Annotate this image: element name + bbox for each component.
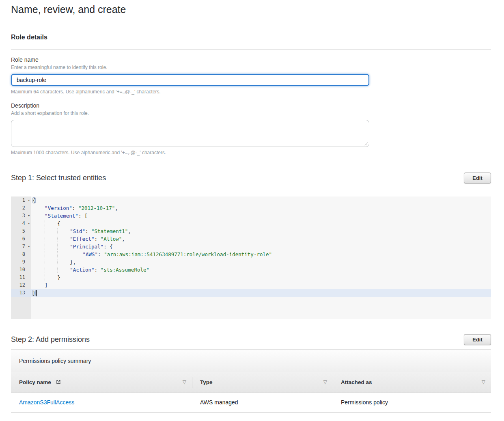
editor-line[interactable]: 3▾ "Statement": [ bbox=[11, 212, 491, 220]
column-header-type[interactable]: Type ▽ bbox=[192, 372, 333, 393]
role-name-label: Role name bbox=[11, 56, 491, 63]
editor-line[interactable]: 4▾ { bbox=[11, 220, 491, 227]
editor-line-number: 12 bbox=[11, 281, 31, 289]
fold-arrow-icon[interactable]: ▾ bbox=[28, 243, 30, 250]
description-field: Description Add a short explanation for … bbox=[11, 102, 491, 155]
step2-edit-button[interactable]: Edit bbox=[464, 334, 491, 345]
permissions-table: Policy name ▽ Type ▽ bbox=[11, 372, 491, 412]
editor-line-number: 6 bbox=[11, 235, 31, 243]
editor-caret bbox=[36, 290, 37, 296]
editor-line-number: 4▾ bbox=[11, 220, 31, 227]
step1-header: Step 1: Select trusted entities Edit bbox=[11, 173, 491, 184]
table-header-row: Policy name ▽ Type ▽ bbox=[11, 372, 491, 393]
editor-code-line: } bbox=[31, 289, 491, 297]
editor-code-line: }, bbox=[31, 258, 491, 266]
editor-line[interactable]: 11 } bbox=[11, 274, 491, 281]
step1-edit-button[interactable]: Edit bbox=[464, 173, 491, 184]
step1-heading: Step 1: Select trusted entities bbox=[11, 173, 106, 183]
editor-code-line: "Action": "sts:AssumeRole" bbox=[31, 266, 491, 274]
description-hint: Add a short explanation for this role. bbox=[11, 110, 491, 116]
description-constraint: Maximum 1000 characters. Use alphanumeri… bbox=[11, 150, 491, 155]
role-name-hint: Enter a meaningful name to identify this… bbox=[11, 65, 491, 70]
role-details-heading: Role details bbox=[11, 34, 491, 41]
editor-line[interactable]: 13} bbox=[11, 289, 491, 297]
editor-line-number: 9 bbox=[11, 258, 31, 266]
editor-line-number: 3▾ bbox=[11, 212, 31, 220]
editor-code-line: "Statement": [ bbox=[31, 212, 491, 220]
role-name-value: backup-role bbox=[17, 77, 46, 83]
editor-line[interactable]: 12 ] bbox=[11, 281, 491, 289]
column-separator bbox=[333, 377, 333, 388]
editor-line-number: 7▾ bbox=[11, 243, 31, 250]
policy-type-cell: AWS managed bbox=[192, 393, 333, 412]
description-textarea[interactable] bbox=[11, 120, 369, 147]
column-header-attached-as[interactable]: Attached as ▽ bbox=[333, 372, 491, 393]
name-review-create-page: Name, review, and create Role details Ro… bbox=[0, 4, 504, 412]
editor-line-number: 5 bbox=[11, 227, 31, 235]
editor-code-line: "Effect": "Allow", bbox=[31, 235, 491, 243]
editor-line-number: 2 bbox=[11, 204, 31, 212]
role-name-input[interactable]: backup-role bbox=[11, 74, 369, 86]
section-divider bbox=[11, 49, 491, 50]
editor-code-line: { bbox=[31, 220, 491, 227]
editor-code-line: ] bbox=[31, 281, 491, 289]
sort-filter-icon[interactable]: ▽ bbox=[482, 379, 485, 385]
role-name-field: Role name Enter a meaningful name to ide… bbox=[11, 56, 491, 95]
editor-line-number: 1▾ bbox=[11, 196, 31, 204]
column-separator bbox=[192, 377, 192, 388]
editor-code-line: "Version": "2012-10-17", bbox=[31, 204, 491, 212]
policy-json-editor[interactable]: 1▾{2 "Version": "2012-10-17",3▾ "Stateme… bbox=[11, 196, 491, 319]
fold-arrow-icon[interactable]: ▾ bbox=[28, 212, 30, 220]
fold-arrow-icon[interactable]: ▾ bbox=[28, 220, 30, 227]
policy-name-link[interactable]: AmazonS3FullAccess bbox=[19, 399, 74, 406]
editor-line[interactable]: 1▾{ bbox=[11, 196, 491, 204]
editor-line[interactable]: 5 "Sid": "Statement1", bbox=[11, 227, 491, 235]
editor-code-line: "Sid": "Statement1", bbox=[31, 227, 491, 235]
editor-line[interactable]: 6 "Effect": "Allow", bbox=[11, 235, 491, 243]
editor-line-number: 11 bbox=[11, 274, 31, 281]
policy-attached-as-cell: Permissions policy bbox=[333, 393, 491, 412]
editor-line-number: 8 bbox=[11, 250, 31, 258]
role-name-constraint: Maximum 64 characters. Use alphanumeric … bbox=[11, 89, 491, 95]
editor-line[interactable]: 2 "Version": "2012-10-17", bbox=[11, 204, 491, 212]
permissions-panel-title: Permissions policy summary bbox=[11, 350, 491, 372]
editor-code-line: "Principal": { bbox=[31, 243, 491, 250]
page-title: Name, review, and create bbox=[11, 4, 491, 15]
editor-line-number: 10 bbox=[11, 266, 31, 274]
table-row: AmazonS3FullAccess AWS managed Permissio… bbox=[11, 393, 491, 412]
editor-line[interactable]: 7▾ "Principal": { bbox=[11, 243, 491, 250]
step2-header: Step 2: Add permissions Edit bbox=[11, 334, 491, 345]
editor-code-line: { bbox=[31, 196, 491, 204]
editor-line[interactable]: 8 "AWS": "arn:aws:iam::541263489771:role… bbox=[11, 250, 491, 258]
editor-code-line: "AWS": "arn:aws:iam::541263489771:role/w… bbox=[31, 250, 491, 258]
step2-heading: Step 2: Add permissions bbox=[11, 334, 90, 345]
editor-code-line: } bbox=[31, 274, 491, 281]
sort-filter-icon[interactable]: ▽ bbox=[323, 379, 327, 385]
fold-arrow-icon[interactable]: ▾ bbox=[28, 196, 30, 204]
editor-line[interactable]: 9 }, bbox=[11, 258, 491, 266]
editor-line-number: 13 bbox=[11, 289, 31, 297]
editor-line[interactable]: 10 "Action": "sts:AssumeRole" bbox=[11, 266, 491, 274]
description-label: Description bbox=[11, 102, 491, 109]
external-link-icon bbox=[56, 379, 61, 385]
sort-filter-icon[interactable]: ▽ bbox=[183, 379, 186, 385]
permissions-summary-panel: Permissions policy summary Policy name ▽ bbox=[11, 349, 491, 412]
text-caret bbox=[16, 77, 16, 84]
column-header-policy-name[interactable]: Policy name ▽ bbox=[11, 372, 192, 393]
